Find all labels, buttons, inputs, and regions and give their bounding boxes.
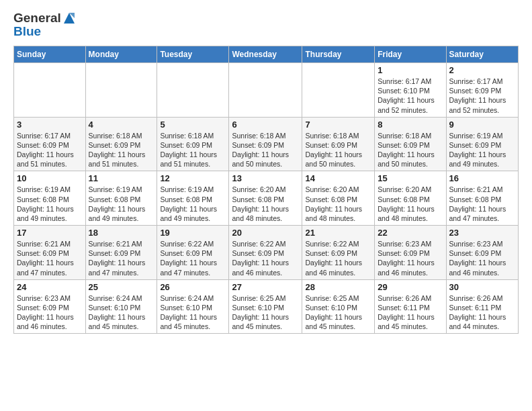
day-number: 3	[17, 120, 83, 130]
day-number: 9	[449, 120, 515, 130]
calendar-cell	[229, 63, 302, 118]
calendar-cell: 28Sunrise: 6:25 AMSunset: 6:10 PMDayligh…	[302, 279, 375, 334]
calendar-cell	[302, 63, 375, 118]
day-number: 12	[160, 173, 226, 183]
day-info: Sunrise: 6:21 AMSunset: 6:09 PMDaylight:…	[89, 239, 154, 277]
calendar-cell: 14Sunrise: 6:20 AMSunset: 6:08 PMDayligh…	[302, 171, 375, 226]
calendar-cell: 19Sunrise: 6:22 AMSunset: 6:09 PMDayligh…	[157, 226, 229, 280]
calendar-cell: 5Sunrise: 6:18 AMSunset: 6:09 PMDaylight…	[157, 117, 229, 171]
day-number: 24	[17, 282, 83, 292]
calendar-cell: 23Sunrise: 6:23 AMSunset: 6:09 PMDayligh…	[446, 226, 518, 280]
day-number: 11	[89, 173, 154, 183]
day-info: Sunrise: 6:18 AMSunset: 6:09 PMDaylight:…	[305, 131, 371, 169]
header: General Blue	[13, 11, 519, 39]
day-info: Sunrise: 6:25 AMSunset: 6:10 PMDaylight:…	[305, 293, 371, 332]
calendar-cell: 15Sunrise: 6:20 AMSunset: 6:08 PMDayligh…	[375, 171, 446, 226]
weekday-header-tuesday: Tuesday	[157, 46, 229, 63]
day-number: 7	[305, 120, 371, 130]
logo-general-text: General	[13, 11, 61, 26]
day-info: Sunrise: 6:26 AMSunset: 6:11 PMDaylight:…	[449, 293, 515, 332]
day-info: Sunrise: 6:21 AMSunset: 6:09 PMDaylight:…	[17, 239, 83, 277]
calendar-cell: 11Sunrise: 6:19 AMSunset: 6:08 PMDayligh…	[85, 171, 157, 226]
calendar-table: SundayMondayTuesdayWednesdayThursdayFrid…	[13, 46, 519, 334]
calendar-cell: 26Sunrise: 6:24 AMSunset: 6:10 PMDayligh…	[157, 279, 229, 334]
day-info: Sunrise: 6:25 AMSunset: 6:10 PMDaylight:…	[232, 293, 299, 332]
calendar-cell: 4Sunrise: 6:18 AMSunset: 6:09 PMDaylight…	[85, 117, 157, 171]
day-info: Sunrise: 6:17 AMSunset: 6:09 PMDaylight:…	[17, 131, 83, 169]
calendar-cell: 17Sunrise: 6:21 AMSunset: 6:09 PMDayligh…	[14, 226, 86, 280]
day-number: 17	[17, 228, 83, 238]
logo: General Blue	[13, 11, 76, 39]
day-info: Sunrise: 6:23 AMSunset: 6:09 PMDaylight:…	[449, 239, 515, 277]
day-info: Sunrise: 6:23 AMSunset: 6:09 PMDaylight:…	[378, 239, 443, 277]
day-info: Sunrise: 6:17 AMSunset: 6:09 PMDaylight:…	[449, 77, 515, 115]
day-number: 15	[378, 173, 443, 183]
day-number: 21	[305, 228, 371, 238]
weekday-header-monday: Monday	[85, 46, 157, 63]
calendar-cell: 13Sunrise: 6:20 AMSunset: 6:08 PMDayligh…	[229, 171, 302, 226]
calendar-week-row: 1Sunrise: 6:17 AMSunset: 6:10 PMDaylight…	[14, 63, 519, 118]
calendar-page: General Blue SundayMondayTuesdayWednesda…	[0, 0, 532, 345]
weekday-header-friday: Friday	[375, 46, 446, 63]
day-info: Sunrise: 6:24 AMSunset: 6:10 PMDaylight:…	[89, 293, 154, 332]
calendar-cell: 21Sunrise: 6:22 AMSunset: 6:09 PMDayligh…	[302, 226, 375, 280]
calendar-cell	[14, 63, 86, 118]
day-number: 4	[89, 120, 154, 130]
day-info: Sunrise: 6:18 AMSunset: 6:09 PMDaylight:…	[160, 131, 226, 169]
day-info: Sunrise: 6:18 AMSunset: 6:09 PMDaylight:…	[89, 131, 154, 169]
day-info: Sunrise: 6:26 AMSunset: 6:11 PMDaylight:…	[378, 293, 443, 332]
calendar-cell: 12Sunrise: 6:19 AMSunset: 6:08 PMDayligh…	[157, 171, 229, 226]
day-info: Sunrise: 6:19 AMSunset: 6:08 PMDaylight:…	[160, 185, 226, 223]
logo-blue-text: Blue	[13, 24, 76, 39]
calendar-cell: 10Sunrise: 6:19 AMSunset: 6:08 PMDayligh…	[14, 171, 86, 226]
day-number: 8	[378, 120, 443, 130]
day-number: 26	[160, 282, 226, 292]
calendar-cell: 24Sunrise: 6:23 AMSunset: 6:09 PMDayligh…	[14, 279, 86, 334]
calendar-week-row: 3Sunrise: 6:17 AMSunset: 6:09 PMDaylight…	[14, 117, 519, 171]
calendar-cell	[157, 63, 229, 118]
calendar-week-row: 17Sunrise: 6:21 AMSunset: 6:09 PMDayligh…	[14, 226, 519, 280]
day-number: 10	[17, 173, 83, 183]
day-number: 19	[160, 228, 226, 238]
day-number: 29	[378, 282, 443, 292]
day-info: Sunrise: 6:18 AMSunset: 6:09 PMDaylight:…	[378, 131, 443, 169]
logo-icon	[62, 11, 76, 25]
day-info: Sunrise: 6:21 AMSunset: 6:08 PMDaylight:…	[449, 185, 515, 223]
calendar-cell: 3Sunrise: 6:17 AMSunset: 6:09 PMDaylight…	[14, 117, 86, 171]
day-info: Sunrise: 6:23 AMSunset: 6:09 PMDaylight:…	[17, 293, 83, 332]
day-number: 13	[232, 173, 299, 183]
day-number: 30	[449, 282, 515, 292]
weekday-header-row: SundayMondayTuesdayWednesdayThursdayFrid…	[14, 46, 519, 63]
day-number: 5	[160, 120, 226, 130]
day-number: 25	[89, 282, 154, 292]
day-info: Sunrise: 6:19 AMSunset: 6:08 PMDaylight:…	[89, 185, 154, 223]
calendar-cell: 7Sunrise: 6:18 AMSunset: 6:09 PMDaylight…	[302, 117, 375, 171]
day-info: Sunrise: 6:20 AMSunset: 6:08 PMDaylight:…	[232, 185, 299, 223]
day-info: Sunrise: 6:22 AMSunset: 6:09 PMDaylight:…	[305, 239, 371, 277]
weekday-header-thursday: Thursday	[302, 46, 375, 63]
day-number: 6	[232, 120, 299, 130]
day-number: 14	[305, 173, 371, 183]
day-number: 1	[378, 65, 443, 75]
calendar-cell: 8Sunrise: 6:18 AMSunset: 6:09 PMDaylight…	[375, 117, 446, 171]
day-info: Sunrise: 6:22 AMSunset: 6:09 PMDaylight:…	[232, 239, 299, 277]
calendar-cell: 18Sunrise: 6:21 AMSunset: 6:09 PMDayligh…	[85, 226, 157, 280]
calendar-week-row: 10Sunrise: 6:19 AMSunset: 6:08 PMDayligh…	[14, 171, 519, 226]
calendar-cell: 30Sunrise: 6:26 AMSunset: 6:11 PMDayligh…	[446, 279, 518, 334]
day-number: 20	[232, 228, 299, 238]
calendar-cell: 16Sunrise: 6:21 AMSunset: 6:08 PMDayligh…	[446, 171, 518, 226]
day-info: Sunrise: 6:17 AMSunset: 6:10 PMDaylight:…	[378, 77, 443, 115]
weekday-header-sunday: Sunday	[14, 46, 86, 63]
day-info: Sunrise: 6:19 AMSunset: 6:08 PMDaylight:…	[17, 185, 83, 223]
calendar-cell: 22Sunrise: 6:23 AMSunset: 6:09 PMDayligh…	[375, 226, 446, 280]
day-number: 18	[89, 228, 154, 238]
day-number: 16	[449, 173, 515, 183]
day-info: Sunrise: 6:20 AMSunset: 6:08 PMDaylight:…	[305, 185, 371, 223]
day-info: Sunrise: 6:22 AMSunset: 6:09 PMDaylight:…	[160, 239, 226, 277]
calendar-cell: 2Sunrise: 6:17 AMSunset: 6:09 PMDaylight…	[446, 63, 518, 118]
calendar-cell: 1Sunrise: 6:17 AMSunset: 6:10 PMDaylight…	[375, 63, 446, 118]
day-number: 2	[449, 65, 515, 75]
calendar-cell: 25Sunrise: 6:24 AMSunset: 6:10 PMDayligh…	[85, 279, 157, 334]
calendar-cell: 29Sunrise: 6:26 AMSunset: 6:11 PMDayligh…	[375, 279, 446, 334]
calendar-cell: 6Sunrise: 6:18 AMSunset: 6:09 PMDaylight…	[229, 117, 302, 171]
